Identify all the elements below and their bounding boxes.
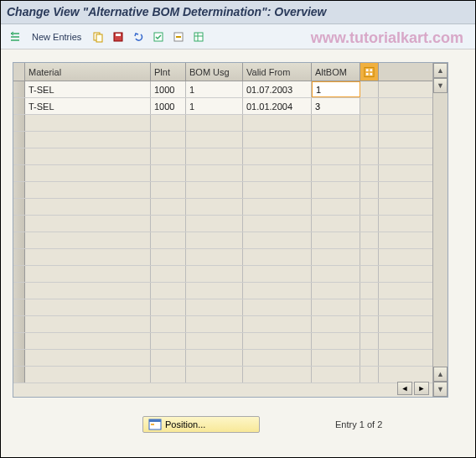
altbom-input[interactable]	[315, 101, 356, 112]
scroll-bottom-icon[interactable]: ▼	[433, 382, 448, 397]
deselect-icon[interactable]	[170, 29, 187, 45]
scroll-track[interactable]	[433, 93, 448, 367]
page-title: Change View "Alternative BOM Determinati…	[0, 0, 476, 24]
table-settings-icon[interactable]	[190, 29, 207, 45]
row-selector[interactable]	[13, 316, 25, 332]
table-cell	[151, 249, 186, 265]
table-cell	[151, 132, 186, 148]
table-cell	[25, 333, 151, 349]
altbom-cell	[312, 165, 360, 181]
row-selector[interactable]	[13, 199, 25, 215]
table-cell	[25, 182, 151, 198]
altbom-cell	[312, 216, 360, 232]
select-all-icon[interactable]	[360, 63, 379, 81]
row-selector[interactable]	[13, 249, 25, 265]
scroll-left-icon[interactable]: ◄	[397, 382, 412, 395]
table-cell[interactable]: 1	[186, 81, 243, 97]
altbom-cell	[312, 232, 360, 248]
table-row	[13, 316, 432, 333]
table-row: T-SEL1000101.07.2003	[13, 81, 432, 98]
altbom-cell[interactable]	[312, 98, 360, 114]
col-valid-from[interactable]: Valid From	[243, 63, 312, 81]
table-cell	[151, 182, 186, 198]
altbom-input[interactable]	[316, 85, 356, 95]
table-cell	[186, 182, 243, 198]
table-cell	[243, 299, 312, 315]
table-cell	[151, 333, 186, 349]
table-cell	[243, 333, 312, 349]
col-bom-usg[interactable]: BOM Usg	[186, 63, 243, 81]
vertical-scrollbar[interactable]: ▲ ▼ ▲ ▼	[432, 63, 448, 397]
row-extra	[360, 333, 379, 349]
row-selector[interactable]	[13, 216, 25, 232]
undo-icon[interactable]	[130, 29, 147, 45]
svg-rect-6	[176, 36, 181, 38]
position-button[interactable]: Position...	[142, 416, 260, 433]
scroll-up2-icon[interactable]: ▲	[433, 367, 448, 382]
row-selector[interactable]	[13, 367, 25, 383]
scroll-right-icon[interactable]: ►	[414, 382, 429, 395]
svg-rect-14	[370, 72, 372, 75]
row-selector[interactable]	[13, 98, 25, 114]
scroll-up-icon[interactable]: ▲	[433, 63, 448, 78]
select-all-icon[interactable]	[150, 29, 167, 45]
col-material[interactable]: Material	[25, 63, 151, 81]
table-cell	[25, 299, 151, 315]
altbom-cell	[312, 132, 360, 148]
svg-rect-12	[370, 69, 372, 71]
table-cell	[151, 232, 186, 248]
table-cell	[25, 266, 151, 282]
table-cell	[186, 232, 243, 248]
table-row: T-SEL1000101.01.2004	[13, 98, 432, 115]
table-cell	[151, 165, 186, 181]
row-select-header[interactable]	[13, 63, 25, 81]
altbom-cell[interactable]	[312, 81, 360, 97]
table-cell[interactable]: T-SEL	[25, 98, 151, 114]
col-altbom[interactable]: AltBOM	[312, 63, 360, 81]
table-cell[interactable]: 1000	[151, 81, 186, 97]
row-selector[interactable]	[13, 81, 25, 97]
altbom-cell	[312, 182, 360, 198]
row-selector[interactable]	[13, 182, 25, 198]
row-selector[interactable]	[13, 299, 25, 315]
table-cell	[151, 299, 186, 315]
table-cell	[186, 216, 243, 232]
save-icon[interactable]	[110, 29, 127, 45]
row-selector[interactable]	[13, 232, 25, 248]
table-cell[interactable]: 1	[186, 98, 243, 114]
row-selector[interactable]	[13, 115, 25, 131]
table-cell	[186, 115, 243, 131]
row-selector[interactable]	[13, 350, 25, 366]
altbom-cell	[312, 350, 360, 366]
row-selector[interactable]	[13, 132, 25, 148]
table-cell	[186, 299, 243, 315]
table-cell[interactable]: 1000	[151, 98, 186, 114]
copy-icon[interactable]	[90, 29, 106, 45]
row-selector[interactable]	[13, 148, 25, 164]
table-cell[interactable]: 01.07.2003	[243, 81, 312, 97]
table-cell[interactable]: T-SEL	[25, 81, 151, 97]
new-entries-button[interactable]: New Entries	[27, 32, 86, 42]
altbom-cell	[312, 283, 360, 299]
table-cell	[186, 283, 243, 299]
scroll-down-icon[interactable]: ▼	[433, 78, 448, 93]
expand-icon[interactable]	[7, 29, 23, 45]
table-row	[13, 283, 432, 299]
table-row	[13, 165, 432, 182]
horizontal-scrollbar[interactable]: ◄ ►	[397, 382, 429, 395]
col-plnt[interactable]: Plnt	[151, 63, 186, 81]
table-cell	[186, 333, 243, 349]
altbom-cell	[312, 249, 360, 265]
row-extra	[360, 98, 379, 114]
table-cell	[243, 182, 312, 198]
row-selector[interactable]	[13, 165, 25, 181]
table-cell[interactable]: 01.01.2004	[243, 98, 312, 114]
svg-rect-17	[151, 424, 154, 425]
table-cell	[25, 316, 151, 332]
table-row	[13, 216, 432, 232]
row-selector[interactable]	[13, 333, 25, 349]
row-selector[interactable]	[13, 283, 25, 299]
row-selector[interactable]	[13, 266, 25, 282]
table-cell	[186, 249, 243, 265]
table-cell	[243, 367, 312, 383]
